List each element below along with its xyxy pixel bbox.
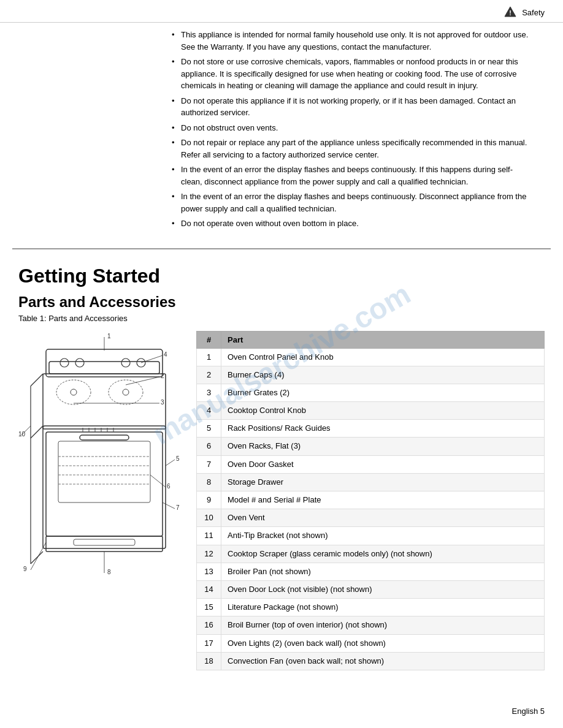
svg-rect-27 <box>46 536 163 552</box>
table-caption: Table 1: Parts and Accessories <box>18 314 545 323</box>
svg-point-6 <box>121 358 130 367</box>
part-number: 4 <box>197 402 221 420</box>
safety-text: Safety <box>522 8 545 17</box>
safety-bullets: This appliance is intended for normal fa… <box>172 29 532 230</box>
bullet-item: Do not store or use corrosive chemicals,… <box>172 56 532 92</box>
svg-line-49 <box>31 542 46 570</box>
part-number: 7 <box>197 455 221 473</box>
bullet-item: Do not operate oven without oven bottom … <box>172 218 532 230</box>
bullet-item: This appliance is intended for normal fa… <box>172 29 532 53</box>
part-name: Oven Door Lock (not visible) (not shown) <box>221 580 545 598</box>
svg-text:9: 9 <box>23 566 27 572</box>
table-row: 11Anti-Tip Bracket (not shown) <box>197 527 545 545</box>
table-row: 10Oven Vent <box>197 509 545 527</box>
svg-line-30 <box>31 426 43 438</box>
part-name: Cooktop Control Knob <box>221 402 545 420</box>
part-name: Broil Burner (top of oven interior) (not… <box>221 616 545 634</box>
part-name: Oven Racks, Flat (3) <box>221 438 545 455</box>
part-name: Literature Package (not shown) <box>221 599 545 616</box>
page-title: Getting Started <box>18 265 545 287</box>
page: manualsarchive.com ! Safety This applian… <box>0 0 563 728</box>
part-name: Rack Positions/ Rack Guides <box>221 420 545 438</box>
svg-rect-8 <box>43 374 166 429</box>
table-row: 17Oven Lights (2) (oven back wall) (not … <box>197 634 545 652</box>
svg-point-4 <box>60 358 69 367</box>
part-number: 5 <box>197 420 221 438</box>
bullet-section: This appliance is intended for normal fa… <box>0 23 563 239</box>
part-number: 14 <box>197 580 221 598</box>
table-row: 3Burner Grates (2) <box>197 384 545 401</box>
bullet-item: In the event of an error the display fla… <box>172 191 532 214</box>
svg-line-35 <box>126 377 159 385</box>
svg-rect-28 <box>74 539 135 545</box>
part-number: 17 <box>197 634 221 652</box>
part-number: 8 <box>197 473 221 491</box>
part-name: Oven Door Gasket <box>221 455 545 473</box>
svg-line-31 <box>31 552 43 564</box>
bullet-item: Do not operate this appliance if it is n… <box>172 95 532 119</box>
table-row: 9Model # and Serial # Plate <box>197 491 545 509</box>
part-number: 11 <box>197 527 221 545</box>
svg-text:3: 3 <box>161 399 164 406</box>
warning-triangle-icon: ! <box>504 6 516 19</box>
safety-header: ! Safety <box>0 0 563 23</box>
part-number: 13 <box>197 563 221 580</box>
bullet-item: In the event of an error the display fla… <box>172 164 532 188</box>
svg-line-45 <box>163 502 175 509</box>
parts-table: # Part 1Oven Control Panel and Knob2Burn… <box>196 331 545 670</box>
oven-illustration: 1 2 3 4 5 6 7 <box>18 331 190 670</box>
svg-line-29 <box>31 374 43 386</box>
svg-rect-2 <box>49 362 159 374</box>
part-number: 16 <box>197 616 221 634</box>
svg-point-9 <box>56 380 91 404</box>
part-name: Cooktop Scraper (glass ceramic models on… <box>221 545 545 563</box>
svg-line-43 <box>150 475 166 487</box>
section-subtitle: Parts and Accessories <box>18 294 545 311</box>
part-name: Burner Caps (4) <box>221 366 545 384</box>
parts-section: 1 2 3 4 5 6 7 <box>0 331 563 670</box>
svg-text:5: 5 <box>176 455 180 462</box>
svg-point-12 <box>123 389 129 395</box>
svg-text:2: 2 <box>161 373 164 379</box>
table-row: 7Oven Door Gasket <box>197 455 545 473</box>
part-name: Anti-Tip Bracket (not shown) <box>221 527 545 545</box>
table-row: 12Cooktop Scraper (glass ceramic models … <box>197 545 545 563</box>
svg-point-11 <box>71 389 77 395</box>
getting-started-section: Getting Started Parts and Accessories Ta… <box>0 259 563 331</box>
part-name: Oven Vent <box>221 509 545 527</box>
table-header-row: # Part <box>197 331 545 348</box>
table-row: 6Oven Racks, Flat (3) <box>197 438 545 455</box>
svg-rect-20 <box>80 435 129 440</box>
part-name: Oven Control Panel and Knob <box>221 348 545 366</box>
col-header-part: Part <box>221 331 545 348</box>
svg-text:7: 7 <box>176 504 180 511</box>
svg-line-41 <box>166 460 175 466</box>
page-number: English 5 <box>512 707 545 716</box>
svg-text:10: 10 <box>18 431 26 438</box>
table-row: 13Broiler Pan (not shown) <box>197 563 545 580</box>
part-number: 18 <box>197 652 221 670</box>
oven-diagram-svg: 1 2 3 4 5 6 7 <box>18 331 184 588</box>
part-name: Burner Grates (2) <box>221 384 545 401</box>
page-footer: English 5 <box>512 707 545 716</box>
part-number: 3 <box>197 384 221 401</box>
table-row: 2Burner Caps (4) <box>197 366 545 384</box>
table-row: 1Oven Control Panel and Knob <box>197 348 545 366</box>
table-row: 5Rack Positions/ Rack Guides <box>197 420 545 438</box>
part-number: 9 <box>197 491 221 509</box>
part-number: 6 <box>197 438 221 455</box>
table-row: 4Cooktop Control Knob <box>197 402 545 420</box>
table-row: 15Literature Package (not shown) <box>197 599 545 616</box>
part-number: 15 <box>197 599 221 616</box>
table-row: 14Oven Door Lock (not visible) (not show… <box>197 580 545 598</box>
safety-label: ! Safety <box>504 6 545 19</box>
col-header-num: # <box>197 331 221 348</box>
table-row: 8Storage Drawer <box>197 473 545 491</box>
part-name: Storage Drawer <box>221 473 545 491</box>
part-name: Convection Fan (oven back wall; not show… <box>221 652 545 670</box>
svg-point-5 <box>75 358 84 367</box>
svg-text:8: 8 <box>107 569 111 575</box>
part-number: 12 <box>197 545 221 563</box>
part-number: 1 <box>197 348 221 366</box>
svg-text:1: 1 <box>107 333 111 339</box>
